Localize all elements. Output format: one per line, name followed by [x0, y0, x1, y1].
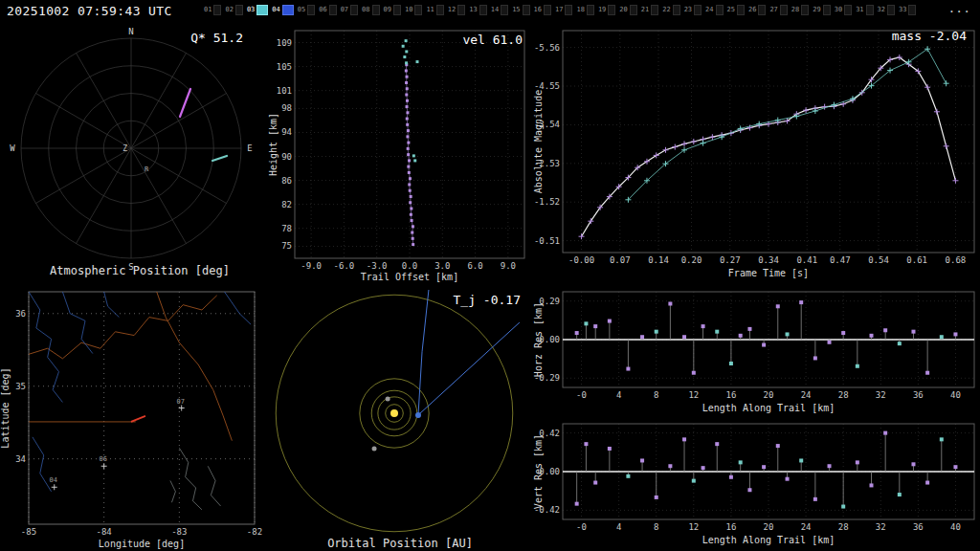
camera-tile-03[interactable]: 03: [247, 5, 268, 15]
camera-thumbnail: [673, 5, 680, 15]
camera-tile-05[interactable]: 05: [298, 5, 315, 15]
svg-text:16: 16: [725, 522, 736, 532]
camera-tile-29[interactable]: 29: [813, 5, 830, 15]
camera-tile-24[interactable]: 24: [705, 5, 723, 15]
camera-tile-12[interactable]: 12: [448, 5, 465, 15]
camera-thumbnail: [565, 5, 572, 15]
camera-tile-label: 03: [247, 7, 255, 13]
trail-offset-panel: -9.0-6.0-3.00.03.06.09.07578828690949810…: [268, 25, 532, 285]
mass-readout: mass -2.04: [892, 29, 967, 43]
camera-thumbnail: [256, 5, 268, 15]
svg-text:20: 20: [764, 390, 774, 400]
svg-text:16: 16: [725, 390, 736, 400]
camera-tile-label: 25: [727, 7, 735, 13]
camera-tile-25[interactable]: 25: [727, 5, 745, 15]
camera-tile-label: 20: [619, 7, 627, 13]
svg-text:06: 06: [99, 455, 106, 463]
camera-thumbnail: [887, 5, 895, 15]
camera-thumbnail: [651, 5, 658, 15]
camera-tile-08[interactable]: 08: [362, 5, 379, 15]
ground-track-map-panel: -85-84-83-82343536Longitude [deg]Latitud…: [0, 287, 272, 551]
camera-tile-22[interactable]: 22: [662, 5, 679, 15]
camera-tile-label: 26: [748, 7, 756, 13]
camera-tile-label: 18: [576, 7, 584, 13]
svg-text:8: 8: [654, 522, 658, 532]
camera-tile-19[interactable]: 19: [598, 5, 615, 15]
camera-thumbnail: [414, 5, 422, 15]
svg-text:-0.00: -0.00: [568, 255, 594, 265]
svg-text:E: E: [247, 143, 252, 153]
horizontal-residuals-panel: -0481216202428323640-0.290.000.29Length …: [532, 287, 980, 419]
svg-text:3.0: 3.0: [434, 261, 450, 271]
camera-tile-13[interactable]: 13: [469, 5, 486, 15]
overflow-menu-button[interactable]: ...: [948, 1, 970, 15]
camera-thumbnail: [235, 5, 243, 15]
svg-text:-85: -85: [21, 527, 36, 537]
vertical-residuals-plot: -0481216202428323640-0.420.000.42Length …: [532, 419, 980, 551]
svg-text:36: 36: [15, 309, 26, 319]
camera-tile-11[interactable]: 11: [426, 5, 443, 15]
camera-thumbnail: [694, 5, 702, 15]
camera-thumbnail: [479, 5, 487, 15]
camera-tile-23[interactable]: 23: [684, 5, 702, 15]
camera-tile-02[interactable]: 02: [225, 5, 242, 15]
svg-text:0.68: 0.68: [946, 255, 967, 265]
camera-thumbnail: [329, 5, 337, 15]
camera-tile-16[interactable]: 16: [534, 5, 551, 15]
camera-tile-26[interactable]: 26: [748, 5, 766, 15]
camera-tile-label: 01: [204, 7, 212, 13]
orbital-position-title: Orbital Position [AU]: [268, 537, 532, 550]
camera-tile-21[interactable]: 21: [641, 5, 658, 15]
svg-text:32: 32: [876, 522, 886, 532]
camera-tile-label: 05: [298, 7, 305, 13]
svg-text:94: 94: [281, 127, 292, 137]
camera-tile-31[interactable]: 31: [856, 5, 873, 15]
camera-tile-07[interactable]: 07: [341, 5, 358, 15]
svg-text:-84: -84: [97, 527, 112, 537]
camera-tile-label: 30: [835, 7, 842, 13]
camera-thumbnail: [908, 5, 916, 15]
svg-text:0.54: 0.54: [868, 255, 889, 265]
camera-thumbnail: [213, 5, 221, 15]
camera-tile-17[interactable]: 17: [555, 5, 572, 15]
light-curve-plot: -0.000.070.140.200.270.340.410.470.540.6…: [532, 25, 980, 285]
camera-tile-14[interactable]: 14: [491, 5, 508, 15]
svg-text:82: 82: [281, 200, 292, 209]
camera-thumbnail: [350, 5, 358, 15]
camera-tile-label: 22: [662, 7, 670, 13]
svg-text:105: 105: [277, 62, 292, 72]
velocity-readout: vel 61.0: [462, 33, 523, 47]
camera-tile-18[interactable]: 18: [576, 5, 593, 15]
camera-tile-label: 21: [641, 7, 649, 13]
meteor-analysis-dashboard: 20251002 07:59:43 UTC 010203040506070809…: [0, 0, 980, 551]
camera-tile-27[interactable]: 27: [769, 5, 787, 15]
svg-text:-3.0: -3.0: [367, 261, 388, 271]
camera-tile-20[interactable]: 20: [619, 5, 636, 15]
camera-tile-strip: 0102030405060708091011121314151617181920…: [204, 5, 916, 15]
camera-thumbnail: [608, 5, 615, 15]
svg-text:86: 86: [281, 176, 292, 186]
svg-text:90: 90: [281, 152, 292, 162]
svg-text:Longitude [deg]: Longitude [deg]: [99, 539, 185, 549]
camera-tile-32[interactable]: 32: [878, 5, 895, 15]
svg-text:-0: -0: [576, 390, 587, 400]
camera-tile-01[interactable]: 01: [204, 5, 221, 15]
camera-tile-09[interactable]: 09: [384, 5, 401, 15]
svg-text:-5.56: -5.56: [534, 43, 560, 53]
camera-tile-28[interactable]: 28: [791, 5, 809, 15]
svg-text:0.0: 0.0: [402, 261, 417, 271]
utc-timestamp: 20251002 07:59:43 UTC: [7, 4, 172, 18]
camera-tile-label: 08: [362, 7, 369, 13]
svg-text:Frame Time [s]: Frame Time [s]: [728, 268, 809, 278]
camera-tile-06[interactable]: 06: [319, 5, 336, 15]
camera-tile-15[interactable]: 15: [512, 5, 529, 15]
camera-tile-33[interactable]: 33: [899, 5, 916, 15]
camera-tile-04[interactable]: 04: [272, 5, 293, 15]
camera-tile-30[interactable]: 30: [835, 5, 852, 15]
svg-text:12: 12: [688, 390, 699, 400]
camera-tile-10[interactable]: 10: [405, 5, 422, 15]
camera-thumbnail: [587, 5, 594, 15]
svg-text:0.34: 0.34: [758, 255, 779, 265]
camera-thumbnail: [716, 5, 724, 15]
camera-thumbnail: [393, 5, 401, 15]
